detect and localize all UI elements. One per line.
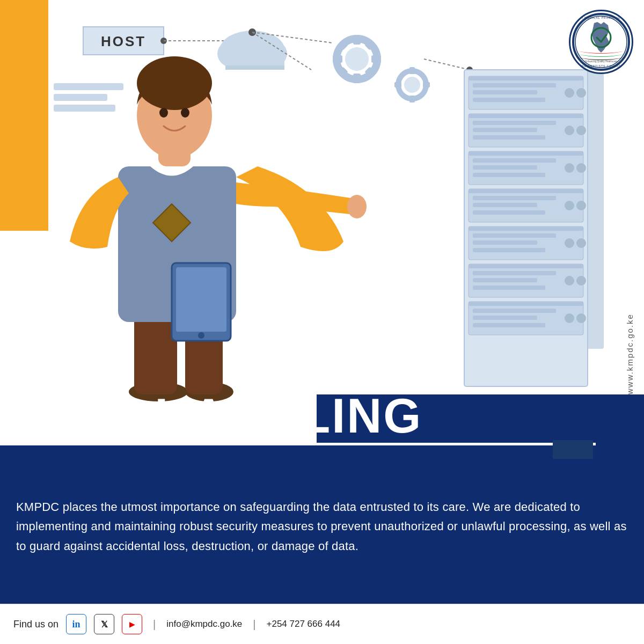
footer-divider-2: | — [253, 618, 255, 631]
svg-rect-55 — [473, 173, 545, 177]
svg-point-37 — [565, 88, 574, 98]
svg-rect-21 — [371, 55, 381, 63]
svg-rect-64 — [469, 226, 583, 231]
description-section: KMPDC places the utmost importance on sa… — [0, 445, 644, 604]
svg-rect-53 — [473, 158, 556, 163]
svg-point-17 — [345, 47, 369, 71]
svg-point-58 — [565, 201, 574, 210]
svg-text:KENYA MEDICAL PRACTITIONERS: KENYA MEDICAL PRACTITIONERS — [572, 16, 631, 19]
svg-rect-99 — [176, 267, 226, 332]
twitter-x-icon[interactable]: 𝕏 — [94, 614, 114, 634]
organization-logo: KENYA MEDICAL PRACTITIONERS AND DENTISTS… — [569, 10, 633, 74]
svg-point-80 — [576, 313, 586, 323]
description-text: KMPDC places the utmost importance on sa… — [16, 497, 628, 556]
svg-rect-40 — [473, 90, 537, 94]
svg-rect-68 — [473, 240, 537, 245]
svg-point-72 — [565, 276, 574, 286]
footer-phone: +254 727 666 444 — [267, 619, 341, 630]
svg-rect-12 — [225, 65, 284, 70]
svg-rect-71 — [469, 264, 583, 268]
svg-point-38 — [576, 88, 586, 98]
svg-point-97 — [347, 195, 367, 218]
svg-point-51 — [565, 163, 574, 173]
footer: Find us on in 𝕏 ▶ | info@kmpdc.go.ke | +… — [0, 604, 644, 644]
main-title: DATA HANDLING — [8, 392, 422, 440]
svg-rect-31 — [423, 82, 430, 87]
svg-rect-20 — [333, 55, 342, 63]
decorative-rect-2 — [596, 429, 644, 459]
svg-point-66 — [576, 238, 586, 248]
svg-rect-76 — [473, 286, 545, 290]
svg-rect-39 — [473, 83, 556, 87]
svg-rect-75 — [473, 278, 537, 282]
svg-point-27 — [404, 77, 420, 93]
svg-rect-46 — [473, 121, 556, 125]
svg-rect-82 — [473, 316, 537, 320]
svg-point-95 — [159, 108, 168, 118]
svg-rect-62 — [473, 210, 545, 215]
svg-rect-19 — [353, 74, 361, 83]
svg-rect-83 — [473, 323, 545, 327]
svg-rect-48 — [473, 135, 545, 140]
svg-rect-87 — [134, 311, 177, 394]
svg-rect-36 — [469, 76, 583, 80]
svg-rect-69 — [473, 248, 545, 252]
find-us-label: Find us on — [13, 619, 58, 630]
decorative-rect-1 — [553, 440, 593, 459]
svg-point-59 — [576, 201, 586, 210]
svg-point-73 — [576, 276, 586, 286]
svg-rect-60 — [473, 196, 556, 200]
footer-email: info@kmpdc.go.ke — [166, 619, 242, 630]
svg-rect-67 — [473, 233, 556, 238]
svg-rect-54 — [473, 165, 537, 170]
svg-point-79 — [565, 313, 574, 323]
svg-rect-6 — [54, 94, 107, 101]
svg-rect-28 — [409, 67, 415, 74]
svg-point-52 — [576, 163, 586, 173]
svg-point-100 — [198, 332, 204, 339]
svg-rect-5 — [54, 83, 123, 90]
svg-rect-7 — [54, 105, 115, 112]
svg-text:HOST: HOST — [101, 33, 146, 49]
svg-rect-47 — [473, 128, 537, 132]
orange-accent-bar — [0, 0, 48, 231]
svg-point-65 — [565, 238, 574, 248]
svg-rect-81 — [473, 309, 556, 313]
svg-point-44 — [565, 126, 574, 135]
svg-point-96 — [181, 108, 189, 118]
svg-text:AND DENTISTS COUNCIL: AND DENTISTS COUNCIL — [580, 64, 623, 68]
svg-rect-18 — [353, 35, 361, 45]
svg-text:Enhancing Quality Healthcare: Enhancing Quality Healthcare — [585, 60, 617, 63]
svg-rect-74 — [473, 271, 556, 275]
svg-rect-57 — [469, 189, 583, 193]
svg-rect-43 — [469, 114, 583, 118]
main-illustration: HOST — [0, 0, 644, 402]
svg-rect-84 — [588, 70, 604, 349]
website-url: www.kmpdc.go.ke — [625, 150, 634, 558]
svg-rect-78 — [469, 302, 583, 306]
svg-rect-30 — [394, 82, 401, 87]
svg-rect-50 — [469, 151, 583, 156]
youtube-icon[interactable]: ▶ — [122, 614, 142, 634]
footer-divider-1: | — [153, 618, 156, 631]
linkedin-icon[interactable]: in — [66, 614, 86, 634]
svg-rect-41 — [473, 98, 545, 102]
svg-rect-61 — [473, 203, 537, 207]
svg-point-45 — [576, 126, 586, 135]
svg-rect-29 — [409, 96, 415, 103]
